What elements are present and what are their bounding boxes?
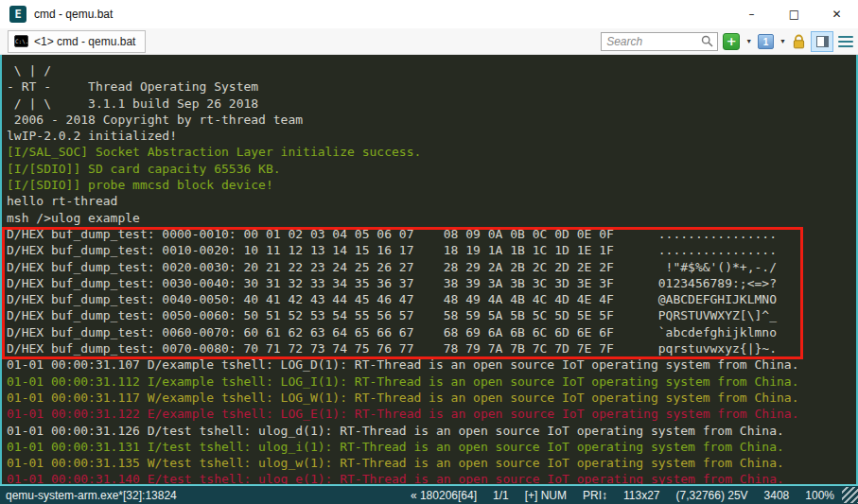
- status-cell: 100%: [805, 489, 834, 502]
- terminal-line: D/HEX buf_dump_test: 0000-0010: 00 01 02…: [7, 226, 856, 242]
- close-button[interactable]: ✕: [815, 0, 858, 28]
- terminal-line: [I/[SDIO]] probe mmcsd block device!: [7, 177, 856, 193]
- conemu-window: E cmd - qemu.bat – □ ✕ C:\. <1> cmd - qe…: [0, 0, 858, 504]
- terminal-line: \ | /: [7, 62, 856, 78]
- toggle-panel-icon: [816, 36, 829, 47]
- status-bar: qemu-system-arm.exe*[32]:13824 « 180206[…: [0, 484, 858, 504]
- padlock-icon[interactable]: [792, 34, 806, 49]
- status-cell: 1/1: [493, 489, 509, 502]
- title-bar[interactable]: E cmd - qemu.bat – □ ✕: [0, 0, 858, 28]
- window-title: cmd - qemu.bat: [34, 8, 113, 21]
- magnifier-icon: [701, 35, 713, 47]
- terminal-line: 01-01 00:00:31.131 I/test tshell: ulog_i…: [7, 439, 856, 455]
- tab-toolbar: + ▼ 1 ▼: [601, 31, 858, 52]
- terminal-line: - RT - Thread Operating System: [7, 78, 856, 95]
- terminal-line: [I/[SDIO]] SD card capacity 65536 KB.: [7, 161, 856, 177]
- tab-cmd-qemu[interactable]: C:\. <1> cmd - qemu.bat: [8, 30, 146, 53]
- terminal-line: 01-01 00:00:31.122 E/example tshell: LOG…: [7, 406, 856, 422]
- status-right: « 180206[64]1/1[+] NUMPRI↕113x27(7,32766…: [411, 489, 840, 502]
- terminal-line: D/HEX buf_dump_test: 0040-0050: 40 41 42…: [7, 291, 856, 307]
- status-cell: (7,32766) 25V: [676, 489, 748, 502]
- terminal-line: D/HEX buf_dump_test: 0070-0080: 70 71 72…: [7, 340, 856, 356]
- terminal-line: lwIP-2.0.2 initialized!: [7, 128, 856, 144]
- terminal-line: D/HEX buf_dump_test: 0050-0060: 50 51 52…: [7, 307, 856, 323]
- terminal-line: D/HEX buf_dump_test: 0010-0020: 10 11 12…: [7, 242, 856, 258]
- conemu-icon: E: [9, 6, 26, 23]
- caption-buttons: – □ ✕: [730, 0, 858, 28]
- console-list-button[interactable]: 1: [758, 34, 774, 49]
- status-cell: 113x27: [623, 489, 659, 502]
- terminal-line: D/HEX buf_dump_test: 0060-0070: 60 61 62…: [7, 324, 856, 340]
- new-console-button[interactable]: +: [723, 33, 740, 50]
- resize-grip[interactable]: [842, 487, 858, 503]
- tab-label: <1> cmd - qemu.bat: [34, 35, 135, 48]
- console-list-dropdown-icon[interactable]: ▼: [779, 38, 787, 44]
- minimize-button[interactable]: –: [730, 0, 773, 28]
- status-cell: [+] NUM: [525, 489, 567, 502]
- terminal-line: / | \ 3.1.1 build Sep 26 2018: [7, 96, 856, 112]
- maximize-button[interactable]: □: [773, 0, 815, 28]
- terminal-line: hello rt-thread: [7, 193, 856, 209]
- terminal-line: 01-01 00:00:31.112 I/example tshell: LOG…: [7, 374, 856, 390]
- terminal-line: msh />ulog example: [7, 210, 856, 226]
- terminal-line: D/HEX buf_dump_test: 0030-0040: 30 31 32…: [7, 275, 856, 291]
- terminal-lines: \ | /- RT - Thread Operating System / | …: [7, 62, 856, 484]
- status-cell: « 180206[64]: [411, 489, 477, 502]
- terminal-line: 2006 - 2018 Copyright by rt-thread team: [7, 112, 856, 128]
- terminal-line: 01-01 00:00:31.135 W/test tshell: ulog_w…: [7, 455, 856, 471]
- search-input[interactable]: [606, 35, 701, 48]
- status-cell: PRI↕: [583, 489, 607, 502]
- toggle-panel-button[interactable]: [811, 31, 833, 52]
- terminal-line: 01-01 00:00:31.107 D/example tshell: LOG…: [7, 356, 856, 373]
- terminal-line: 01-01 00:00:31.140 E/test tshell: ulog_e…: [7, 471, 856, 484]
- terminal-line: 01-01 00:00:31.126 D/test tshell: ulog_d…: [7, 423, 856, 439]
- terminal-line: D/HEX buf_dump_test: 0020-0030: 20 21 22…: [7, 259, 856, 275]
- terminal-output[interactable]: \ | /- RT - Thread Operating System / | …: [0, 55, 858, 484]
- tab-bar: C:\. <1> cmd - qemu.bat + ▼ 1 ▼: [0, 28, 858, 55]
- new-console-dropdown-icon[interactable]: ▼: [744, 38, 753, 44]
- terminal-line: 01-01 00:00:31.117 W/example tshell: LOG…: [7, 390, 856, 406]
- status-process: qemu-system-arm.exe*[32]:13824: [0, 489, 177, 502]
- status-cell: 3408: [764, 489, 790, 502]
- cmd-icon: C:\.: [14, 35, 28, 47]
- hamburger-menu-icon[interactable]: [838, 35, 853, 48]
- terminal-line: [I/SAL_SOC] Socket Abstraction Layer ini…: [7, 144, 856, 160]
- search-box[interactable]: [601, 32, 718, 51]
